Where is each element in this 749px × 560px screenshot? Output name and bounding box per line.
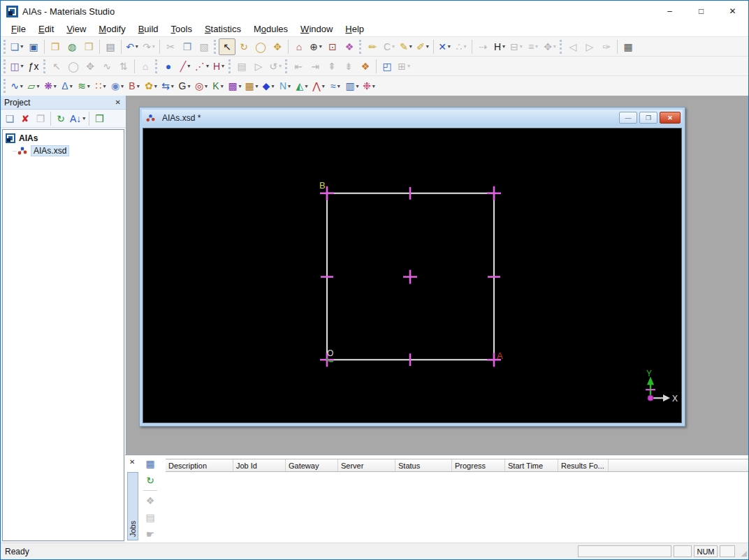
new-document-dropdown-arrow[interactable]: ▾ — [20, 43, 23, 50]
add-atom-button[interactable]: ● — [160, 58, 177, 75]
adjust-hydrogen-dropdown-arrow[interactable]: ▾ — [502, 43, 505, 50]
module-kinetix-button[interactable]: K▾ — [210, 78, 226, 94]
module-dmol3-dropdown-arrow[interactable]: ▾ — [137, 83, 140, 89]
module-compass-button[interactable]: ≋▾ — [75, 78, 92, 94]
module-kinetix-dropdown-arrow[interactable]: ▾ — [221, 83, 224, 89]
function-button[interactable]: ƒx — [25, 58, 42, 75]
module-dmol3-button[interactable]: B▾ — [126, 78, 143, 94]
import-button[interactable]: ❒ — [80, 38, 97, 55]
toolbar-grip[interactable] — [43, 59, 45, 73]
structure-viewport[interactable]: O B A Y X — [143, 128, 682, 423]
toolbar-grip[interactable] — [155, 59, 157, 73]
project-refresh-button[interactable]: ↻ — [53, 111, 68, 126]
project-sort-button[interactable]: A↓▾ — [68, 111, 87, 126]
module-compass-dropdown-arrow[interactable]: ▾ — [87, 83, 90, 89]
module-reflex-dropdown-arrow[interactable]: ▾ — [322, 83, 325, 89]
selection-mode-button[interactable]: ↖ — [219, 38, 235, 55]
module-mesocite-button[interactable]: ▩▾ — [226, 78, 243, 94]
menu-window[interactable]: Window — [294, 22, 339, 36]
module-gaussian-dropdown-arrow[interactable]: ▾ — [187, 83, 190, 89]
tree-item-structure-document[interactable]: ┈ AIAs.xsd — [3, 145, 124, 157]
toolbar-grip[interactable] — [3, 79, 6, 93]
module-mesocite-dropdown-arrow[interactable]: ▾ — [239, 83, 242, 89]
translate-view-button[interactable]: ✥ — [269, 38, 286, 55]
bond-hydrogen-dropdown-arrow[interactable]: ▾ — [221, 63, 224, 69]
animation-button[interactable]: ◫▾ — [8, 58, 25, 75]
animation-dropdown-arrow[interactable]: ▾ — [21, 63, 24, 69]
toolbar-grip[interactable] — [285, 59, 287, 73]
open-button[interactable]: ❐ — [47, 38, 64, 55]
module-gaussian-button[interactable]: G▾ — [176, 78, 193, 94]
jobs-column-start-time[interactable]: Start Time — [505, 459, 558, 471]
module-sorption-button[interactable]: ≈▾ — [327, 78, 344, 94]
jobs-column-description[interactable]: Description — [166, 459, 233, 471]
document-restore-button[interactable]: ❐ — [639, 112, 657, 124]
menu-modify[interactable]: Modify — [92, 22, 131, 36]
toolbar-grip[interactable] — [3, 40, 6, 54]
close-button[interactable]: ✕ — [717, 1, 748, 22]
project-delete-button[interactable]: ✘ — [17, 111, 33, 126]
menu-help[interactable]: Help — [339, 22, 370, 36]
adjust-bond-dropdown-arrow[interactable]: ▾ — [448, 43, 451, 50]
project-panel-close-icon[interactable]: ✕ — [114, 98, 122, 106]
jobs-column-job-id[interactable]: Job Id — [233, 459, 286, 471]
module-synthia-dropdown-arrow[interactable]: ▾ — [356, 83, 359, 89]
module-morphology-button[interactable]: ◆▾ — [260, 78, 277, 94]
jobs-column-server[interactable]: Server — [338, 459, 395, 471]
bond-partial-button[interactable]: ⋰▾ — [194, 58, 210, 75]
module-castep-button[interactable]: ∷▾ — [92, 78, 109, 94]
bond-partial-dropdown-arrow[interactable]: ▾ — [206, 63, 209, 69]
module-adsorption-locator-dropdown-arrow[interactable]: ▾ — [70, 83, 73, 89]
jobs-tab[interactable]: Jobs — [127, 472, 138, 540]
resize-grip[interactable]: ◢ — [737, 545, 747, 558]
menu-statistics[interactable]: Statistics — [198, 22, 247, 36]
toolbar-grip[interactable] — [214, 40, 216, 54]
module-forcite-button[interactable]: ⇆▾ — [159, 78, 176, 94]
sketch-atom-button[interactable]: ✎▾ — [398, 38, 414, 55]
undo-button[interactable]: ↶▾ — [124, 38, 140, 55]
copy-button[interactable]: ❐ — [179, 38, 196, 55]
fit-view-button[interactable]: ⊡ — [324, 38, 341, 55]
jobs-column-results-fo[interactable]: Results Fo... — [558, 459, 609, 471]
toolbar-grip[interactable] — [3, 59, 6, 73]
module-adsorption-locator-button[interactable]: Δ▾ — [59, 78, 75, 94]
adjust-bond-button[interactable]: ✕▾ — [436, 38, 453, 55]
document-title-bar[interactable]: AIAs.xsd * — ❐ ✕ — [142, 110, 683, 126]
module-castep-dropdown-arrow[interactable]: ▾ — [103, 83, 106, 89]
module-reflex-button[interactable]: ⋀▾ — [310, 78, 327, 94]
view-onto-button[interactable]: ⊕▾ — [307, 38, 324, 55]
menu-file[interactable]: File — [5, 22, 32, 36]
jobs-refresh-button[interactable]: ↻ — [143, 473, 158, 488]
module-sorption-dropdown-arrow[interactable]: ▾ — [337, 83, 340, 89]
view-onto-dropdown-arrow[interactable]: ▾ — [319, 43, 322, 50]
module-onetep-button[interactable]: N▾ — [277, 78, 293, 94]
sketch-ring-button[interactable]: ✐▾ — [414, 38, 431, 55]
jobs-panel-close-icon[interactable]: ✕ — [129, 458, 135, 466]
module-amorphous-cell-button[interactable]: ▱▾ — [25, 78, 42, 94]
jobs-column-status[interactable]: Status — [395, 459, 452, 471]
print-button[interactable]: ▤ — [102, 38, 119, 55]
tree-item-project-root[interactable]: AIAs — [3, 132, 124, 145]
toolbar-grip[interactable] — [228, 59, 231, 73]
bond-single-dropdown-arrow[interactable]: ▾ — [187, 63, 190, 69]
document-close-button[interactable]: ✕ — [660, 112, 681, 124]
jobs-column-gateway[interactable]: Gateway — [286, 459, 338, 471]
module-synthia-button[interactable]: ▥▾ — [344, 78, 361, 94]
module-blends-button[interactable]: ❋▾ — [42, 78, 59, 94]
rotate-view-button[interactable]: ↻ — [235, 38, 252, 55]
minimize-button[interactable]: – — [654, 1, 685, 22]
display-style-button[interactable]: ❖ — [341, 38, 358, 55]
module-forcite-dropdown-arrow[interactable]: ▾ — [171, 83, 174, 89]
undo-dropdown-arrow[interactable]: ▾ — [136, 43, 138, 50]
menu-modules[interactable]: Modules — [247, 22, 294, 36]
jobs-gateway-button[interactable]: ▦ — [143, 456, 158, 471]
project-explorer-button[interactable]: ❒ — [92, 111, 107, 126]
module-qmera-dropdown-arrow[interactable]: ▾ — [305, 83, 307, 89]
jobs-column-progress[interactable]: Progress — [452, 459, 505, 471]
toolbar-grip[interactable] — [560, 40, 562, 54]
bond-hydrogen-button[interactable]: H▾ — [210, 58, 227, 75]
module-amorphous-cell-dropdown-arrow[interactable]: ▾ — [36, 83, 39, 89]
edit-properties-button[interactable]: ❖ — [357, 58, 374, 75]
sketch-button[interactable]: ✏ — [364, 38, 381, 55]
project-sort-dropdown-arrow[interactable]: ▾ — [82, 115, 85, 121]
